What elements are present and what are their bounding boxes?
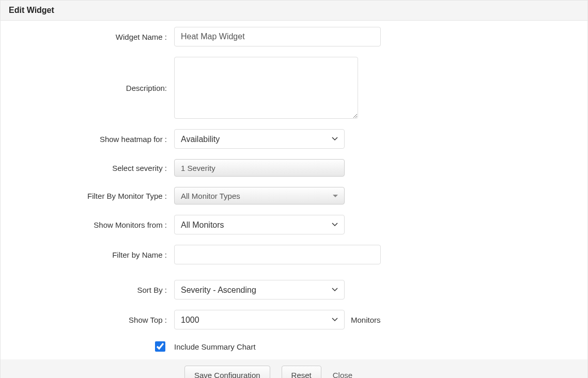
edit-widget-panel: Edit Widget Widget Name : Description: S… xyxy=(0,0,588,378)
show-monitors-from-label: Show Monitors from : xyxy=(9,220,174,229)
show-heatmap-for-label: Show heatmap for : xyxy=(9,135,174,144)
filter-by-monitor-type-value: All Monitor Types xyxy=(181,192,240,200)
panel-title: Edit Widget xyxy=(9,6,54,14)
panel-footer: Save Configuration Reset Close xyxy=(1,359,587,378)
reset-button[interactable]: Reset xyxy=(282,366,321,378)
row-sort-by: Sort By : Severity - Ascending xyxy=(9,280,579,300)
row-widget-name: Widget Name : xyxy=(9,27,579,46)
edit-widget-form: Widget Name : Description: Show heatmap … xyxy=(1,21,587,353)
show-top-suffix: Monitors xyxy=(351,316,381,324)
row-include-summary-chart: Include Summary Chart xyxy=(9,340,579,353)
panel-header: Edit Widget xyxy=(1,1,587,21)
description-textarea[interactable] xyxy=(174,57,358,119)
filter-by-name-input[interactable] xyxy=(174,245,381,264)
filter-by-monitor-type-multiselect[interactable]: All Monitor Types xyxy=(174,187,345,204)
row-show-monitors-from: Show Monitors from : All Monitors xyxy=(9,215,579,234)
filter-by-monitor-type-label: Filter By Monitor Type : xyxy=(9,192,174,200)
row-filter-by-monitor-type: Filter By Monitor Type : All Monitor Typ… xyxy=(9,187,579,204)
select-severity-label: Select severity : xyxy=(9,164,174,172)
show-top-label: Show Top : xyxy=(9,316,174,324)
show-heatmap-for-select[interactable]: Availability xyxy=(174,129,345,149)
sort-by-select[interactable]: Severity - Ascending xyxy=(174,280,345,300)
row-show-top: Show Top : 1000 Monitors xyxy=(9,310,579,329)
save-configuration-button[interactable]: Save Configuration xyxy=(184,366,270,378)
show-top-select[interactable]: 1000 xyxy=(174,310,345,329)
include-summary-chart-label: Include Summary Chart xyxy=(174,342,256,351)
row-show-heatmap-for: Show heatmap for : Availability xyxy=(9,129,579,149)
widget-name-input[interactable] xyxy=(174,27,381,46)
row-description: Description: xyxy=(9,57,579,119)
filter-by-name-label: Filter by Name : xyxy=(9,250,174,259)
widget-name-label: Widget Name : xyxy=(9,33,174,41)
row-select-severity: Select severity : 1 Severity xyxy=(9,159,579,177)
sort-by-label: Sort By : xyxy=(9,286,174,294)
description-label: Description: xyxy=(9,84,174,92)
show-monitors-from-select[interactable]: All Monitors xyxy=(174,215,345,234)
close-link[interactable]: Close xyxy=(333,371,352,379)
include-summary-chart-checkbox[interactable] xyxy=(155,341,165,352)
row-filter-by-name: Filter by Name : xyxy=(9,245,579,264)
select-severity-value: 1 Severity xyxy=(181,164,215,172)
select-severity-multiselect[interactable]: 1 Severity xyxy=(174,159,345,177)
